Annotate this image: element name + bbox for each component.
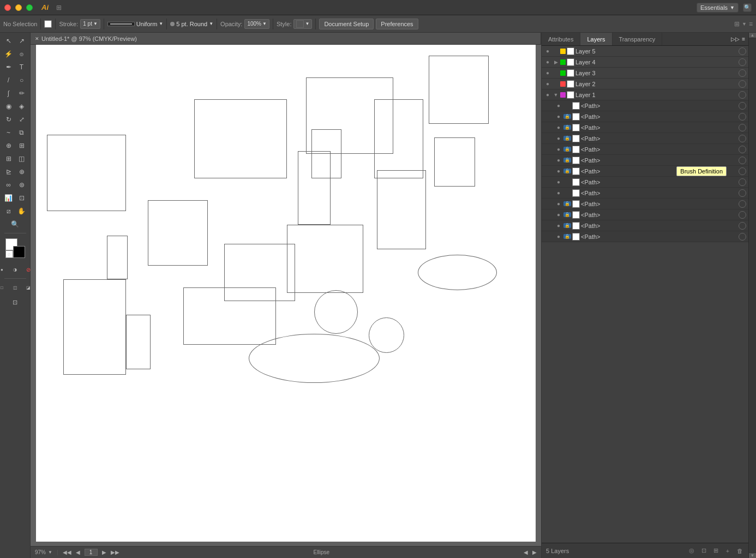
color-mode-gradient[interactable]: ◑ [9, 263, 21, 275]
fill-swatch[interactable] [44, 20, 52, 28]
target-icon[interactable] [739, 167, 746, 175]
perspective-tool[interactable]: ⊞ [16, 140, 28, 152]
panel-options-icon[interactable]: ≡ [749, 20, 753, 28]
layer-row[interactable]: ●🔒<Path> [542, 144, 748, 155]
canvas-rect[interactable] [377, 170, 426, 249]
tab-transparency[interactable]: Transparency [613, 33, 663, 45]
target-icon[interactable] [739, 91, 746, 99]
layer-row[interactable]: ●<Path> [542, 188, 748, 199]
next-icon[interactable]: ▶ [102, 549, 106, 555]
blend-tool[interactable]: ∞ [3, 179, 15, 191]
layer-row[interactable]: ● Layer 5 [542, 46, 748, 57]
lock-icon[interactable]: 🔒 [563, 201, 571, 206]
visibility-icon[interactable]: ● [555, 103, 562, 109]
preferences-button[interactable]: Preferences [376, 19, 418, 29]
eyedropper-tool[interactable]: ⊵ [3, 166, 15, 178]
stroke-style-selector[interactable]: 5 pt. Round ▼ [170, 21, 213, 27]
visibility-icon[interactable]: ● [555, 135, 562, 141]
color-mode-normal[interactable]: ● [0, 263, 8, 275]
ellipse-tool[interactable]: ○ [16, 74, 28, 86]
target-icon[interactable] [739, 102, 746, 110]
target-icon[interactable] [739, 58, 746, 66]
visibility-icon[interactable]: ● [555, 146, 562, 152]
target-icon[interactable] [739, 157, 746, 164]
layer-row[interactable]: ●🔒<Path> [542, 209, 748, 220]
layer-row[interactable]: ●🔒<Path> [542, 220, 748, 231]
layer-row[interactable]: ●<Path> [542, 177, 748, 188]
prev-icon[interactable]: ◀ [76, 549, 80, 555]
gradient-tool[interactable]: ◫ [16, 153, 28, 165]
stroke-weight-input[interactable]: 1 pt ▼ [80, 19, 100, 29]
delete-layer-icon[interactable]: 🗑 [735, 547, 744, 555]
prev-page-icon[interactable]: ◀◀ [63, 549, 71, 555]
lock-icon[interactable]: 🔒 [563, 212, 571, 217]
canvas-rect[interactable] [63, 279, 126, 375]
canvas-rect[interactable] [107, 236, 128, 279]
close-button[interactable] [4, 4, 11, 11]
mesh-tool[interactable]: ⊞ [3, 153, 15, 165]
minimize-button[interactable] [15, 4, 22, 11]
visibility-icon[interactable]: ● [555, 233, 562, 239]
expand-icon[interactable]: ▶ [553, 59, 559, 65]
magic-wand-tool[interactable]: ⚡ [3, 48, 15, 60]
right-scrollbar[interactable]: ▲ ▼ [748, 33, 756, 558]
panel-maximize-icon[interactable]: ▷▷ [731, 36, 740, 42]
expand-icon[interactable]: ▼ [553, 92, 559, 98]
target-icon[interactable] [739, 233, 746, 241]
target-icon[interactable] [739, 80, 746, 88]
document-canvas[interactable] [36, 45, 536, 542]
hand-tool[interactable]: ✋ [16, 205, 28, 217]
canvas-area[interactable]: ✕ Untitled-1* @ 97% (CMYK/Preview) 97% ▼… [31, 33, 541, 558]
target-icon[interactable] [739, 146, 746, 153]
canvas-rect[interactable] [194, 99, 287, 178]
layer-row[interactable]: ●▶Layer 4 [542, 57, 748, 68]
scale-tool[interactable]: ⤢ [16, 113, 28, 125]
layer-row[interactable]: ●🔒<Path>Brush Definition [542, 166, 748, 177]
visibility-icon[interactable]: ● [555, 201, 562, 207]
target-icon[interactable] [739, 47, 746, 55]
canvas-rect[interactable] [148, 200, 208, 266]
draw-mode-normal[interactable]: □ [0, 281, 8, 293]
canvas-rect[interactable] [287, 225, 363, 293]
target-icon[interactable] [739, 113, 746, 121]
close-doc-icon[interactable]: ✕ [35, 36, 39, 41]
canvas-rect[interactable] [298, 151, 331, 225]
eraser-tool[interactable]: ◈ [16, 100, 28, 112]
workspace-selector[interactable]: Essentials ▼ [697, 3, 739, 13]
lock-icon[interactable]: 🔒 [563, 169, 571, 173]
lock-icon[interactable]: 🔒 [563, 158, 571, 163]
lock-icon[interactable]: 🔒 [563, 136, 571, 141]
layer-row[interactable]: ●<Path> [542, 100, 748, 111]
canvas-rect[interactable] [434, 137, 475, 187]
document-tab[interactable]: ✕ Untitled-1* @ 97% (CMYK/Preview) [31, 33, 541, 45]
measure-tool[interactable]: ⊕ [16, 166, 28, 178]
target-icon[interactable] [739, 69, 746, 77]
type-tool[interactable]: T [16, 61, 28, 73]
page-number-input[interactable] [85, 549, 98, 556]
layer-row[interactable]: ●🔒<Path> [542, 199, 748, 209]
new-sublayer-icon[interactable]: ⊞ [711, 547, 720, 555]
layer-row[interactable]: ● Layer 2 [542, 79, 748, 89]
line-tool[interactable]: / [3, 74, 15, 86]
layer-row[interactable]: ●🔒<Path> [542, 133, 748, 144]
tab-attributes[interactable]: Attributes [542, 33, 580, 45]
search-button[interactable]: 🔍 [743, 3, 752, 12]
visibility-icon[interactable]: ● [544, 92, 551, 98]
rotate-tool[interactable]: ↻ [3, 113, 15, 125]
pen-tool[interactable]: ✒ [3, 61, 15, 73]
lock-icon[interactable]: 🔒 [563, 125, 571, 130]
nav-right-icon[interactable]: ▶ [532, 549, 537, 555]
none-swatch[interactable]: ⊘ [5, 250, 13, 258]
layer-row[interactable]: ●▼Layer 1 [542, 89, 748, 100]
target-icon[interactable] [739, 124, 746, 131]
shape-builder-tool[interactable]: ⊕ [3, 140, 15, 152]
canvas-rect[interactable] [183, 287, 276, 345]
visibility-icon[interactable]: ● [555, 124, 562, 130]
paintbrush-tool[interactable]: ∫ [3, 87, 15, 99]
visibility-icon[interactable]: ● [544, 81, 551, 87]
visibility-icon[interactable]: ● [555, 190, 562, 196]
visibility-icon[interactable]: ● [555, 179, 562, 185]
free-transform-tool[interactable]: ⧉ [16, 127, 28, 139]
lock-icon[interactable]: 🔒 [563, 114, 571, 119]
visibility-icon[interactable]: ● [555, 113, 562, 119]
